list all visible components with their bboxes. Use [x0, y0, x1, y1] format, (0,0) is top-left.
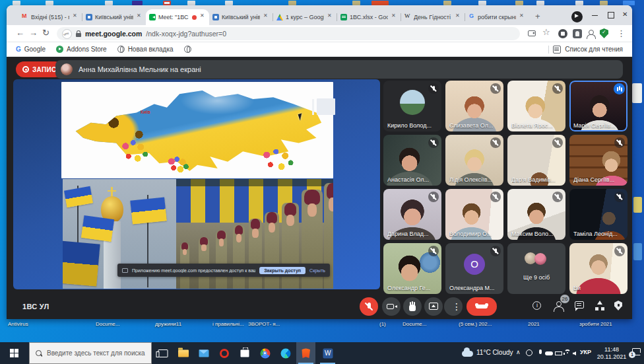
self-view-tile[interactable]: Ви [569, 243, 628, 294]
edge-button[interactable] [276, 342, 295, 364]
tab-close-icon[interactable] [199, 14, 206, 20]
notification-center-icon[interactable]: 1 [632, 348, 641, 355]
bookmark-untitled[interactable] [184, 46, 191, 53]
desktop-icon[interactable] [633, 243, 642, 260]
camera-in-use-icon[interactable] [528, 30, 536, 36]
weather-cloud-icon[interactable] [462, 351, 473, 357]
media-control-icon[interactable] [571, 11, 583, 22]
participant-tile[interactable]: О Олександра М... [445, 243, 503, 294]
mail-button[interactable] [194, 342, 213, 364]
store-button[interactable] [235, 342, 254, 364]
window-close-button[interactable] [619, 9, 632, 21]
camera-toggle-button[interactable] [382, 297, 401, 316]
participant-tile[interactable]: Таміла Леонід... [569, 189, 628, 240]
address-bar[interactable]: meet.google.com /ndk-xoqx-jdg?authuser=0 [57, 27, 520, 40]
meeting-details-button[interactable] [531, 300, 544, 313]
more-options-button[interactable] [444, 297, 463, 316]
tray-battery-icon[interactable] [555, 349, 563, 357]
host-controls-button[interactable] [612, 300, 625, 313]
more-participants-tile[interactable]: Ще 9 осіб [507, 243, 565, 294]
desktop-icon-label[interactable]: зробити 2021 [579, 321, 612, 327]
participant-tile[interactable]: Анастасія Ол... [383, 135, 441, 186]
adblock-extension-icon[interactable] [558, 29, 567, 38]
taskbar-clock[interactable]: 11:48 20.11.2021 [595, 346, 628, 361]
new-tab-button[interactable] [532, 11, 545, 24]
tray-expand-icon[interactable]: ∧ [516, 349, 521, 355]
participants-button[interactable]: 26 [552, 300, 565, 313]
leave-call-button[interactable] [467, 297, 497, 316]
bookmark-new-tab[interactable]: Новая вкладка [117, 46, 174, 53]
chat-button[interactable] [573, 300, 587, 313]
start-button[interactable] [0, 342, 29, 364]
desktop-icon[interactable] [105, 1, 113, 5]
back-icon[interactable]: ← [16, 28, 24, 38]
hide-button[interactable]: Скрыть [309, 268, 325, 273]
tab-close-icon[interactable] [455, 14, 461, 20]
desktop-icon[interactable] [515, 1, 523, 5]
language-indicator[interactable]: УКР [580, 349, 591, 355]
desktop-icon-label[interactable]: і правильні... [212, 321, 244, 327]
tray-wifi-icon[interactable] [564, 349, 572, 357]
participant-tile-speaking[interactable]: Марія Сергіїв... [569, 81, 628, 131]
participant-tile[interactable]: Діана Сергіїв... [569, 135, 628, 186]
participant-tile[interactable]: Віолета Ярос... [507, 81, 565, 131]
tab-drive[interactable]: 1 курс – Google Д... [273, 9, 337, 25]
desktop-icon-label[interactable]: Antivirus [8, 321, 28, 327]
desktop-icon[interactable] [46, 1, 53, 5]
desktop-icon[interactable] [575, 1, 583, 5]
tab-close-icon[interactable] [263, 14, 269, 20]
participant-tile[interactable]: Кирило Волод... [383, 81, 441, 131]
profile-icon[interactable] [586, 29, 595, 38]
desktop-icon[interactable] [443, 1, 451, 5]
word-button-active[interactable] [318, 342, 337, 364]
vpn-extension-icon[interactable] [62, 29, 72, 39]
desktop-icon[interactable] [600, 1, 608, 5]
desktop-icon[interactable] [225, 1, 233, 5]
tab-wikipedia[interactable]: День Гідності та С... [401, 9, 465, 25]
tab-meet-active[interactable]: Meet: "1ВС У... [146, 9, 209, 25]
participant-tile[interactable]: Володимир О... [445, 189, 503, 240]
shared-screen-tile[interactable]: Київ [13, 79, 380, 289]
forward-icon[interactable]: → [29, 28, 38, 38]
stop-sharing-button[interactable]: Закрыть доступ [259, 267, 306, 274]
desktop-icon-label[interactable]: дружини11 [155, 321, 181, 327]
reload-icon[interactable]: ↻ [42, 28, 49, 38]
bookmark-addons-store[interactable]: Addons Store [56, 46, 107, 53]
desktop-icon[interactable] [623, 1, 635, 5]
raise-hand-button[interactable] [403, 297, 422, 316]
chrome-button[interactable] [255, 342, 274, 364]
participant-tile[interactable]: Максим Воло... [507, 189, 565, 240]
desktop-icon-label[interactable]: ЗВОРОТ- я... [248, 321, 280, 327]
weather-label[interactable]: 11°C Cloudy [476, 349, 513, 356]
opera-button[interactable] [214, 342, 234, 364]
tab-sheets[interactable]: 1ВС.xlsx - Google ... [337, 9, 401, 25]
extension-icon[interactable] [573, 29, 582, 38]
present-button[interactable] [424, 297, 443, 316]
tab-gmail[interactable]: Вхідні (515) - п.ло... [18, 9, 82, 25]
desktop-icon[interactable] [478, 1, 486, 5]
desktop-icon[interactable] [13, 1, 20, 5]
tab-close-icon[interactable] [327, 14, 333, 20]
tab-close-icon[interactable] [72, 14, 79, 20]
desktop-icon-label[interactable]: 2021 [528, 321, 540, 327]
desktop-icon-label[interactable]: Docume... [402, 321, 426, 327]
window-maximize-button[interactable] [604, 9, 618, 21]
desktop-icon[interactable] [163, 1, 171, 5]
tab-close-icon[interactable] [136, 14, 143, 20]
security-extension-icon[interactable] [600, 28, 608, 38]
desktop-icon-label[interactable]: (1) [379, 321, 386, 327]
tray-onedrive-icon[interactable] [545, 349, 553, 357]
tray-app-icon[interactable] [526, 349, 534, 357]
secure-lock-icon[interactable] [76, 33, 81, 37]
participant-tile[interactable]: Дар'я Вадимів... [507, 135, 565, 186]
desktop-icon[interactable] [633, 197, 642, 213]
desktop-icon[interactable] [632, 83, 642, 103]
desktop-icon-label[interactable]: Docume... [96, 321, 119, 327]
participant-tile[interactable]: Єлизавета Ол... [445, 81, 503, 131]
taskbar-search-box[interactable]: Введите здесь текст для поиска [29, 342, 152, 364]
tab-google-search[interactable]: робити скрыни н... [465, 9, 529, 25]
brave-button-active[interactable] [296, 342, 315, 364]
file-explorer-button[interactable] [174, 342, 193, 364]
desktop-icon[interactable] [288, 1, 296, 5]
mic-toggle-button[interactable] [360, 297, 378, 316]
